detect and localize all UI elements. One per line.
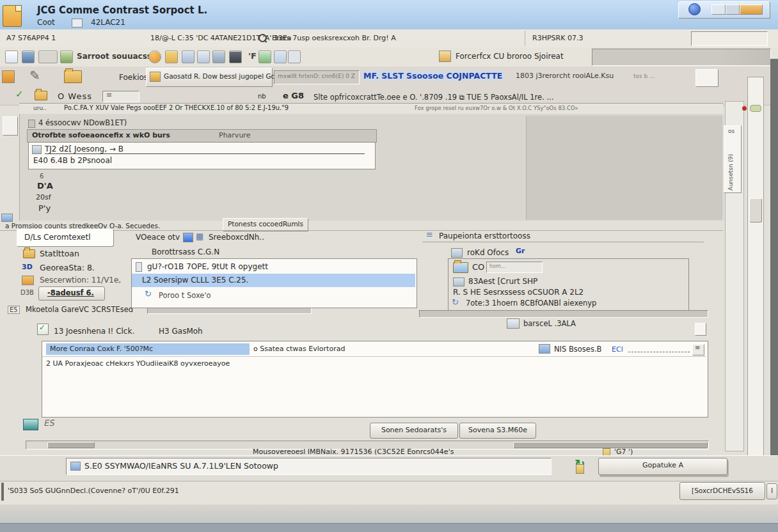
horizontal-scrollbar-thumb-left[interactable] — [47, 442, 95, 448]
menu-center[interactable]: 18/@-L C:35 'DC 4ATANE21D1T 'A' 33Ea — [150, 34, 292, 42]
save-settings-label: Sonen Sedoarats's — [381, 426, 447, 434]
toolbar-f-glyph[interactable]: 'F — [248, 51, 257, 61]
create-button[interactable]: Gopatuke A — [598, 458, 727, 475]
editor-line1: TJ2 d2[ Joesong, → B — [45, 145, 365, 154]
help-orb-button[interactable] — [688, 3, 701, 15]
bottom-status-grip — [1, 483, 4, 501]
folder-icon-large[interactable] — [64, 70, 82, 83]
toolbar-icon-run[interactable] — [148, 51, 161, 63]
middle-view-icon-2[interactable]: ▦ — [196, 231, 203, 241]
create-button-label: Gopatuke A — [642, 461, 683, 469]
vertical-dock-tab-label: Aunsetsn (9) — [727, 137, 734, 191]
active-document-label[interactable]: MF. SLST Ssoosoe COJNPACTTE — [362, 71, 504, 81]
sidebar-bottom-icon: E5 — [8, 306, 20, 314]
big-list-scroll-glyph: ≡ — [695, 344, 700, 351]
editor-title-icon — [28, 120, 35, 128]
midrow-right-icon[interactable] — [695, 323, 706, 336]
sidebar-button-label[interactable]: -8adeusf 6. — [47, 288, 94, 297]
middle-view-icon-1[interactable] — [183, 233, 193, 242]
maximize-button[interactable] — [726, 4, 740, 15]
command-input-icon — [70, 462, 81, 471]
content-header-text: Po.C.FA.Y XUV Vale Pegs oooEEF 2 Or THEC… — [64, 104, 289, 111]
bottom-small-button-label: l — [771, 487, 773, 495]
document-tab-label[interactable]: Gaosatd R. Dow bessl jugopel Gdtes- — [164, 72, 288, 80]
header-left-tab[interactable]: uru.. — [33, 105, 47, 111]
toolbar-icon-chart[interactable] — [197, 51, 210, 63]
minimize-button[interactable] — [711, 4, 726, 15]
groupbox-line2-icon — [453, 278, 464, 286]
rightpanel-item[interactable]: roKd Ofocs — [467, 248, 509, 257]
right-scrollbar-thumb[interactable] — [749, 198, 762, 223]
middle-row-3[interactable]: Poroo t Soxe'o — [159, 291, 211, 300]
toolbar-right-label: Forcerfcx CU broroo Sjoireat — [456, 52, 564, 61]
sidebar-icon-d3b: D3B — [20, 289, 34, 296]
sidebar-item-2[interactable]: GeoreaSta: 8. — [40, 263, 95, 272]
bottom-small-button[interactable]: l — [766, 483, 777, 499]
big-list-header-hl-text[interactable]: More Conraa Coxk F. '500?Mc — [50, 345, 153, 353]
sidebar-item-3[interactable]: Sescerwtion: 11/V1e, — [40, 276, 121, 285]
rightpanel-item-icon — [451, 248, 463, 258]
sidebar-item-1[interactable]: Statlttoan — [40, 249, 79, 258]
toolbar-icon-save[interactable] — [38, 51, 58, 63]
toolbar-icon-open[interactable] — [22, 51, 35, 63]
tabrow-right-box[interactable] — [695, 69, 718, 87]
toolbar-icon-lock[interactable] — [229, 51, 242, 63]
app-icon-fold — [15, 5, 22, 12]
editor-group-header-text2: Pharvure — [219, 131, 250, 139]
record-dot-icon — [742, 106, 747, 111]
close-button[interactable] — [740, 4, 763, 15]
right-scrollbar-track[interactable] — [747, 77, 764, 462]
toolbar-icon-table[interactable] — [182, 51, 194, 63]
horizontal-scrollbar-thumb-right[interactable] — [513, 442, 708, 448]
pencil-icon[interactable]: ✎ — [29, 68, 40, 83]
command-input-text[interactable]: S.E0 SSYMWAO/IEaNRS SU A.7.1L9'LEN Sotoo… — [84, 461, 278, 471]
tab-ptonests-label[interactable]: Ptonests cocoedRumls — [228, 220, 303, 228]
toolbar-icon-sort[interactable] — [288, 51, 301, 63]
midrow-right[interactable]: H3 GasMoh — [159, 327, 203, 336]
menu-search-label[interactable]: Brers 7usp oesksrexcxoh Br. Drg! A — [272, 34, 396, 42]
titlebar-menu-item[interactable]: Coot — [37, 18, 55, 27]
toolbar-icon-folder[interactable] — [165, 51, 178, 63]
small-folder-icon[interactable] — [35, 91, 47, 100]
editor-left-tab[interactable] — [3, 116, 18, 136]
active-document-suffix: 1803 j3rerorcht rooiALe.Ksu — [516, 72, 614, 80]
menu-left[interactable]: A7 S76APP4 1 — [6, 34, 56, 42]
editor-left-mini-icon[interactable] — [1, 214, 13, 222]
mess-label[interactable]: O Wess — [58, 91, 92, 101]
big-list-row-2[interactable]: 2 UA Poraxjeoac cHekxrs YOudiieaiK8 oyvx… — [46, 359, 230, 368]
titlebar-small-icon[interactable] — [72, 19, 83, 27]
tabrow-left-icon[interactable] — [2, 70, 15, 83]
big-list-right-icon — [539, 344, 550, 354]
titlebar-value: 42LAC21 — [91, 18, 125, 27]
gb-mark: e G8 — [283, 91, 304, 100]
address-path[interactable]: Slte opfricoxcrattTe.oee e O. '.8709 .19… — [314, 93, 553, 102]
save-image-label: Sovena S3.M60e — [468, 426, 527, 434]
save-image-button[interactable]: Sovena S3.M60e — [459, 423, 536, 439]
editor-item-1: 6 — [40, 173, 44, 180]
middle-row3-icon: ↻ — [145, 289, 152, 299]
scribble-dropdown-text: mxwllt hrlxnO: cnn6(E) 0 Z — [278, 73, 355, 79]
toolbar-icon-sheet[interactable] — [274, 51, 287, 63]
midrow-left[interactable]: 13 Joesnhena I! Clck. — [54, 327, 134, 336]
middle-row-1[interactable]: gU?-rO1B 7OPE, 9tUt R opygett — [147, 262, 268, 271]
toolbar-icon-grid-green[interactable] — [258, 51, 271, 63]
save-settings-button[interactable]: Sonen Sedoarats's — [370, 423, 458, 439]
toolbar-icon-server[interactable] — [212, 51, 225, 63]
rightpanel-item-badge: Gr — [516, 247, 525, 255]
editor-group-header-text: Otrofbte sofoeaoncefix x wkO burs — [32, 131, 170, 139]
groupbox-folder-icon[interactable] — [453, 262, 468, 273]
groupbox-line3: R. S HE Sesrxssess oCSUOR A 2L2 — [453, 288, 584, 297]
middle-label: Borottrsass C.G.N — [152, 247, 219, 256]
groupbox-co-label: CO — [472, 262, 484, 272]
footer-monitor-icon[interactable] — [23, 419, 38, 430]
toolbar-icon-new[interactable] — [5, 51, 18, 63]
menu-right-box — [691, 31, 768, 46]
bottom-right-button[interactable]: [SoxcrDCHEvSS16 — [679, 482, 765, 500]
toolbar-icon-export[interactable] — [60, 51, 73, 63]
sidebar-selected-label[interactable]: D/Ls Ceromtexetl — [24, 233, 91, 242]
application-window: JCG Comme Contrast Sorpoct L. Coot 42LAC… — [0, 0, 778, 532]
groupbox-line4-icon: ↻ — [452, 297, 459, 307]
middle-row-2[interactable]: L2 Soersipw CLLL 3E5 C.25. — [142, 276, 248, 285]
toolbar-right-recess — [592, 49, 771, 66]
midrow-check-glyph: ✓ — [39, 323, 45, 332]
